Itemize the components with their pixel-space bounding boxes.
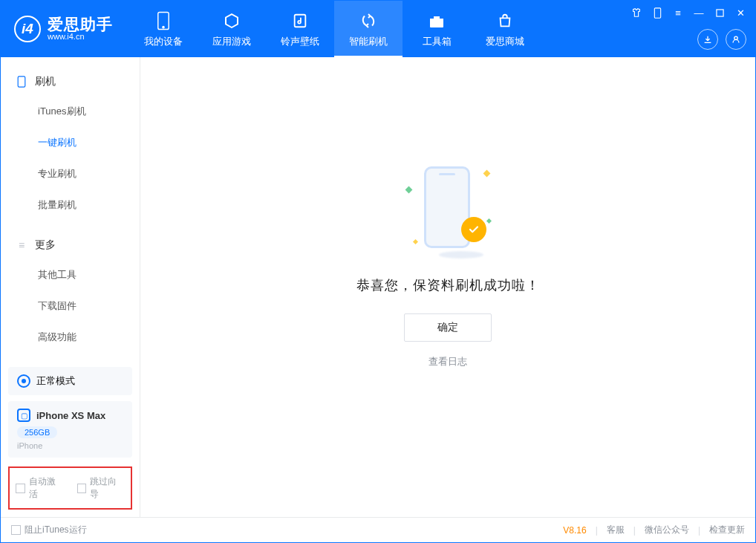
tab-smart-flash[interactable]: 智能刷机 — [334, 1, 403, 57]
svg-rect-3 — [654, 7, 660, 17]
checkbox-label: 自动激活 — [29, 475, 64, 501]
tab-label: 工具箱 — [423, 35, 452, 48]
refresh-icon — [358, 10, 379, 31]
sidebar-item-batch-flash[interactable]: 批量刷机 — [1, 189, 140, 221]
mode-icon — [17, 374, 30, 388]
tab-label: 应用游戏 — [212, 35, 251, 48]
download-button[interactable] — [697, 29, 718, 50]
success-message: 恭喜您，保资料刷机成功啦！ — [356, 276, 540, 294]
toolbox-icon — [426, 10, 447, 31]
maximize-button[interactable] — [714, 7, 726, 19]
checkbox-icon — [11, 525, 21, 535]
checkbox-label: 跳过向导 — [90, 475, 125, 501]
version-label: V8.16 — [563, 525, 586, 536]
device-card[interactable]: ▢ iPhone XS Max 256GB iPhone — [8, 401, 132, 458]
sidebar-head-flash[interactable]: 刷机 — [1, 68, 140, 96]
device-name: iPhone XS Max — [36, 410, 105, 421]
menu-small-icon[interactable]: ≡ — [672, 7, 684, 19]
device-icon — [153, 10, 174, 31]
sidebar-item-download-firmware[interactable]: 下载固件 — [1, 290, 140, 322]
tab-toolbox[interactable]: 工具箱 — [403, 1, 471, 57]
close-button[interactable]: ✕ — [734, 7, 746, 19]
tab-label: 智能刷机 — [349, 35, 388, 48]
device-capacity: 256GB — [17, 426, 57, 438]
svg-rect-4 — [716, 9, 723, 16]
device-small-icon: ▢ — [17, 409, 30, 422]
svg-point-5 — [734, 36, 737, 39]
sidebar: 刷机 iTunes刷机 一键刷机 专业刷机 批量刷机 ≡ 更多 其他工具 下载固… — [1, 57, 140, 517]
view-log-link[interactable]: 查看日志 — [428, 355, 467, 368]
tab-label: 铃声壁纸 — [281, 35, 319, 48]
svg-point-1 — [163, 26, 164, 27]
wechat-link[interactable]: 微信公众号 — [645, 524, 689, 536]
sidebar-item-pro-flash[interactable]: 专业刷机 — [1, 158, 140, 189]
statusbar: 阻止iTunes运行 V8.16 | 客服 | 微信公众号 | 检查更新 — [1, 517, 755, 542]
sidebar-item-advanced[interactable]: 高级功能 — [1, 322, 140, 353]
shirt-icon[interactable] — [630, 7, 642, 19]
group-title: 刷机 — [35, 75, 56, 88]
app-window: i4 爱思助手 www.i4.cn 我的设备 应用游戏 铃声壁纸 智能刷机 — [0, 0, 756, 543]
tab-label: 爱思商城 — [486, 35, 524, 48]
minimize-button[interactable]: ― — [693, 7, 705, 19]
account-button[interactable] — [726, 29, 746, 50]
confirm-button[interactable]: 确定 — [404, 313, 492, 342]
app-subtitle: www.i4.cn — [48, 33, 113, 42]
checkbox-icon — [16, 484, 25, 493]
sidebar-group-more: ≡ 更多 其他工具 下载固件 高级功能 — [1, 221, 140, 353]
support-link[interactable]: 客服 — [607, 524, 625, 536]
checkbox-icon — [77, 484, 87, 493]
sidebar-item-itunes-flash[interactable]: iTunes刷机 — [1, 96, 140, 127]
check-badge-icon — [461, 217, 486, 242]
sidebar-head-more[interactable]: ≡ 更多 — [1, 231, 140, 259]
note-icon — [290, 10, 310, 31]
sidebar-item-other-tools[interactable]: 其他工具 — [1, 259, 140, 290]
highlighted-options-row: 自动激活 跳过向导 — [8, 466, 132, 510]
svg-rect-6 — [18, 77, 25, 87]
tab-ringtones-wallpapers[interactable]: 铃声壁纸 — [266, 1, 334, 57]
main-panel: 恭喜您，保资料刷机成功啦！ 确定 查看日志 — [140, 57, 755, 517]
check-update-link[interactable]: 检查更新 — [709, 524, 745, 536]
device-type: iPhone — [17, 441, 123, 450]
cube-icon — [221, 10, 242, 31]
app-body: 刷机 iTunes刷机 一键刷机 专业刷机 批量刷机 ≡ 更多 其他工具 下载固… — [1, 57, 755, 517]
tab-label: 我的设备 — [144, 35, 183, 48]
tab-my-device[interactable]: 我的设备 — [129, 1, 198, 57]
success-illustration — [403, 162, 492, 259]
titlebar: i4 爱思助手 www.i4.cn 我的设备 应用游戏 铃声壁纸 智能刷机 — [1, 1, 755, 57]
block-itunes-checkbox[interactable]: 阻止iTunes运行 — [11, 524, 87, 536]
sidebar-item-oneclick-flash[interactable]: 一键刷机 — [1, 127, 140, 158]
app-logo[interactable]: i4 爱思助手 www.i4.cn — [1, 1, 129, 57]
mode-label: 正常模式 — [36, 374, 75, 388]
checkbox-label: 阻止iTunes运行 — [25, 524, 87, 536]
app-title: 爱思助手 — [48, 16, 113, 33]
bag-icon — [495, 10, 515, 31]
group-title: 更多 — [35, 238, 56, 252]
tab-apps-games[interactable]: 应用游戏 — [198, 1, 266, 57]
sidebar-group-flash: 刷机 iTunes刷机 一键刷机 专业刷机 批量刷机 — [1, 57, 140, 221]
tab-store[interactable]: 爱思商城 — [471, 1, 539, 57]
phone-outline-icon — [16, 76, 27, 88]
auto-activate-checkbox[interactable]: 自动激活 — [16, 475, 64, 501]
menu-icon: ≡ — [16, 239, 27, 251]
phone-small-icon[interactable] — [651, 7, 663, 19]
nav-tabs: 我的设备 应用游戏 铃声壁纸 智能刷机 工具箱 爱思商城 — [129, 1, 539, 57]
skip-guide-checkbox[interactable]: 跳过向导 — [77, 475, 126, 501]
mode-card[interactable]: 正常模式 — [8, 367, 132, 395]
logo-icon: i4 — [14, 16, 41, 42]
